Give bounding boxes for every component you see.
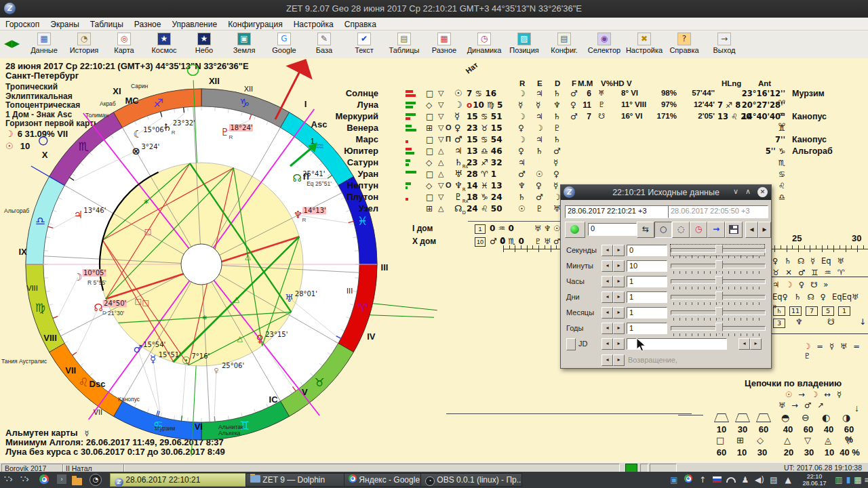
tray-icon[interactable]: ↑ (696, 474, 709, 486)
toolbar-button-table[interactable]: ▦Данные (24, 32, 64, 54)
step-back-button[interactable]: ◂ (745, 222, 758, 238)
checkbox-icon[interactable]: □ (426, 135, 433, 144)
checkbox-icon[interactable]: ◇ (426, 100, 432, 110)
dialog-shade-button[interactable]: ∨ (730, 187, 741, 196)
spin-value-field[interactable]: 1 (627, 307, 667, 319)
slider-thumb[interactable] (715, 323, 723, 334)
jd-inc2[interactable]: ▸ (750, 338, 762, 350)
spin-decrement[interactable]: ◂ (601, 291, 613, 303)
source-data-dialog[interactable]: Z22:10:21 Исходные данные∨∧✕28.06.2017 2… (560, 184, 772, 369)
toolbar-button-selector[interactable]: ◉Селектор (585, 32, 624, 54)
checkbox-icon[interactable]: ◇ (426, 181, 432, 190)
small-launcher-button[interactable]: › (57, 474, 66, 484)
menu-Конфигурация[interactable]: Конфигурация (222, 19, 288, 30)
checkbox-icon[interactable]: ⊞ (426, 204, 433, 214)
spin-value-field[interactable]: 10 (627, 260, 667, 272)
spin-increment[interactable]: ▸ (613, 307, 625, 319)
clock-button[interactable]: ◷ (690, 222, 707, 238)
tray-icon[interactable]: ≡ (861, 474, 868, 486)
time-slider[interactable] (671, 291, 764, 302)
triangle-icon[interactable]: ▽ (438, 192, 443, 201)
slider-thumb[interactable] (715, 291, 723, 303)
time-slider[interactable] (671, 276, 764, 287)
checkbox-icon[interactable]: □ (426, 192, 433, 202)
planet-row[interactable]: Луна◇▽☽o10 ♍ 5☿☿♆♀11♇11° VIII97%12'44'7 … (0, 100, 868, 111)
taskbar-task-3[interactable]: Яндекс - Google Chr... (344, 473, 428, 487)
menu-Разное[interactable]: Разное (129, 19, 167, 30)
triangle-icon[interactable]: ▽ (438, 135, 443, 144)
radio-small-button[interactable]: ○ (654, 222, 672, 238)
window-titlebar[interactable]: Z ZET 9.2.07 Geo 28 июня 2017 Ср 22:10:2… (0, 0, 868, 18)
time-slider[interactable] (671, 323, 764, 333)
dialog-titlebar[interactable]: Z22:10:21 Исходные данные∨∧✕ (561, 185, 771, 200)
app-launcher-icon[interactable]: ∵› (4, 474, 13, 484)
jd-dec2[interactable]: ◂ (738, 338, 750, 350)
datetime-field-current[interactable]: 28.06.2017 22:10:21 +3 (565, 205, 669, 218)
spin-decrement[interactable]: ◂ (601, 276, 613, 287)
taskbar-task-4[interactable]: ◔ OBS 0.0.1 (linux) - Пр... (420, 473, 522, 487)
triangle-icon[interactable]: △ (438, 158, 443, 167)
tray-icon[interactable]: ▣ (668, 474, 680, 486)
tray-icon[interactable] (711, 474, 723, 486)
slider-thumb[interactable] (715, 276, 723, 287)
radio-big-button[interactable]: ◌ (672, 222, 690, 238)
spin-increment[interactable]: ▸ (613, 323, 625, 334)
triangle-icon[interactable]: ▽ (438, 89, 443, 98)
toolbar-button-dynamics[interactable]: ◷Динамика (465, 32, 504, 54)
toolbar-button-position[interactable]: ▨Позиция (505, 32, 544, 54)
spin-value-field[interactable]: 0 (627, 245, 667, 256)
triangle-icon[interactable]: ▽ (438, 181, 443, 190)
jd-dec[interactable]: ◂ (601, 338, 613, 350)
time-slider[interactable] (671, 260, 764, 271)
menu-Справка[interactable]: Справка (339, 19, 382, 30)
save-button[interactable] (725, 222, 743, 238)
menu-Управление[interactable]: Управление (166, 19, 222, 30)
checkbox-icon[interactable]: □ (426, 146, 433, 156)
taskbar-task-2[interactable]: ZET 9 — Dolphin (245, 473, 351, 487)
menu-Гороскоп[interactable]: Гороскоп (0, 19, 45, 30)
toolbar-button-misc[interactable]: ▦Разное (425, 32, 464, 54)
toolbar-button-google[interactable]: GGoogle (264, 32, 304, 54)
planet-row[interactable]: Юпитер□△♃13 ♎ 46♀♄♂5'' ♑Альгораб (0, 146, 868, 157)
tray-icon[interactable]: ♟ (739, 474, 751, 486)
slider-thumb[interactable] (715, 260, 723, 272)
toolbar-button-config[interactable]: ▤Конфиг. (545, 32, 584, 54)
planet-row[interactable]: Сатурн◇△♄Rs23 ♐ 32♃☿♏ (0, 157, 868, 169)
checkbox-icon[interactable]: ◇ (426, 158, 432, 167)
tray-icon[interactable]: ▲ (782, 474, 794, 486)
obs-launcher-icon[interactable]: ◔ (90, 474, 102, 486)
triangle-icon[interactable]: △ (438, 169, 443, 178)
triangle-icon[interactable]: △ (438, 204, 443, 213)
toolbar-button-earth[interactable]: ▣Земля (224, 32, 264, 54)
planet-row[interactable]: Венера⊞▽O♀23 ♉ 15♀☽♇♊ (0, 123, 868, 134)
spin-decrement[interactable]: ◂ (601, 323, 613, 334)
taskbar-clock[interactable]: 22:1028.06.17 (799, 473, 830, 487)
time-slider[interactable] (671, 245, 764, 256)
files-launcher-icon[interactable] (72, 476, 82, 488)
step-counter-field[interactable]: 0 (588, 223, 637, 236)
planet-row[interactable]: Марс□▽Π♂15 ♋ 54☽♃♄7''Канопус (0, 134, 868, 146)
spin-value-field[interactable]: 1 (627, 276, 667, 287)
planet-row[interactable]: Уран□△♅28 ♈ 1♂☉♀♋ (0, 169, 868, 180)
triangle-icon[interactable]: △ (438, 146, 443, 155)
spin-decrement[interactable]: ◂ (601, 260, 613, 272)
tray-icon[interactable] (682, 474, 694, 486)
step-forward-button[interactable]: ▸ (758, 222, 771, 238)
tray-icon[interactable]: ▤ (768, 474, 780, 486)
triangle-icon[interactable]: ▽ (438, 123, 443, 132)
toolbar-button-help[interactable]: ?Справка (665, 32, 704, 54)
time-slider[interactable] (671, 307, 764, 318)
reverse-direction-button[interactable]: ⇆ (637, 222, 654, 238)
toolbar-button-database[interactable]: ✎База (304, 32, 344, 54)
dialog-maximize-button[interactable]: ∧ (743, 187, 753, 196)
spin-increment[interactable]: ▸ (613, 260, 625, 272)
spin-decrement[interactable]: ◂ (601, 307, 613, 319)
ret-dec[interactable]: ◂ (601, 354, 613, 366)
menu-Таблицы[interactable]: Таблицы (85, 19, 129, 30)
taskbar-task-1[interactable]: Z 28.06.2017 22:10:21 (110, 473, 252, 487)
planet-row[interactable]: Меркурий□▽☿15 ♋ 51☽♃♄♂7☋16° VI171%2'05'1… (0, 111, 868, 123)
checkbox-icon[interactable]: □ (426, 169, 433, 179)
triangle-icon[interactable]: ▽ (438, 100, 443, 109)
dialog-close-button[interactable]: ✕ (757, 187, 768, 197)
spin-value-field[interactable]: 1 (627, 291, 667, 303)
